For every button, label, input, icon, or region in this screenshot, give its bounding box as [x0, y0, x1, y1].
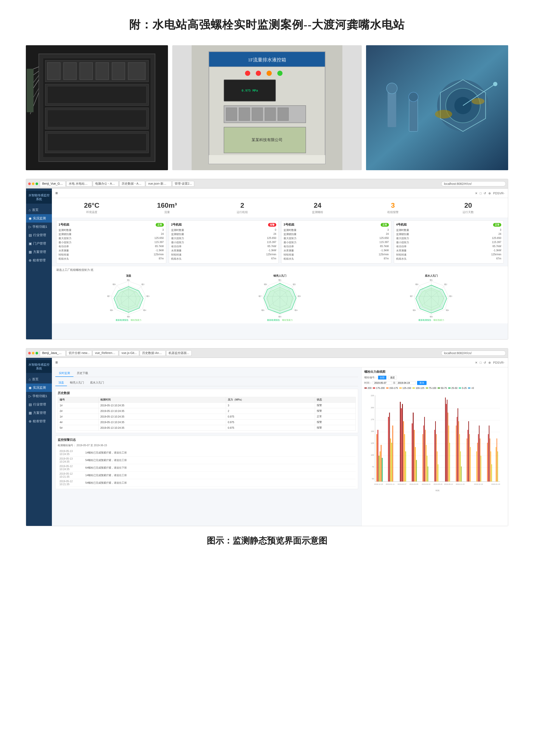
radar-label-2: 蜗壳人孔门: [258, 274, 301, 278]
log-row: 2019-05-13 10:24:35 1#螺栓已完成预紧拧紧，请送往工班: [58, 449, 356, 456]
refresh-icon-nav[interactable]: ↺: [484, 192, 486, 195]
svg-text:2019-11-23: 2019-11-23: [456, 483, 465, 485]
sidebar2-item-scheme[interactable]: ▦ 方案管理: [26, 409, 52, 417]
svg-text:1F流量排水液控箱: 1F流量排水液控箱: [248, 57, 286, 63]
svg-rect-180: [481, 456, 481, 481]
browser-tab2-3[interactable]: vue_Reference...: [92, 350, 118, 356]
browser-tab-4[interactable]: 历史数据 - AnyShare-2: [119, 181, 145, 187]
log-date-to: 2019-36-15: [94, 444, 107, 447]
browser-tab-5[interactable]: vue.json-新建记事本3: [146, 181, 172, 187]
row-label: 转轮转速: [284, 253, 294, 256]
user-icon-nav-2[interactable]: ⊕: [488, 361, 491, 364]
sidebar2-item-school[interactable]: ▷ 学校功能1: [26, 392, 52, 400]
browser-tab-6[interactable]: 管理-设置2...: [172, 181, 194, 187]
user-icon-nav[interactable]: ⊕: [488, 192, 491, 195]
history-section: 历史数据 编号 检测时间 压力（MPa） 状态: [55, 389, 358, 433]
history-col-pressure: 压力（MPa）: [226, 397, 315, 403]
svg-rect-183: [489, 425, 490, 481]
svg-text:螺8: 螺8: [264, 283, 267, 285]
sidebar-item-home[interactable]: ⌂ 首页: [26, 206, 52, 214]
row-label: 机组水头: [284, 257, 294, 261]
machine-row-2-2: 监测锁扣量 24: [171, 232, 276, 236]
machine-row-3-5: 有功功率 65.7kW: [284, 245, 389, 248]
browser-dots: [28, 182, 38, 185]
machine-row-2-6: 水库测量 -1.3kW: [171, 249, 276, 253]
close-dot[interactable]: [28, 182, 31, 185]
sidebar-item-portal[interactable]: ▣ 门户管理: [26, 239, 52, 248]
svg-rect-8: [64, 63, 76, 80]
svg-rect-38: [278, 108, 289, 121]
chart-date-to-input[interactable]: [396, 381, 416, 385]
refresh-icon-nav-2[interactable]: ↺: [484, 361, 486, 364]
sub-tab-top[interactable]: 顶盖: [55, 380, 67, 386]
row-value: 87m: [384, 257, 389, 261]
svg-rect-172: [468, 421, 469, 481]
sidebar-item-school[interactable]: ▷ 学校功能1: [26, 223, 52, 231]
minimize-icon-nav-2[interactable]: □: [480, 361, 481, 364]
browser-tab-active[interactable]: Benji_Vue_G1...: [40, 181, 66, 187]
chart-legend: 200 175-200 150-175 125-150 100-125 75-1…: [364, 387, 505, 389]
tab-history-download[interactable]: 历史下载: [73, 370, 91, 377]
browser-tab2-4[interactable]: vue.js-Git...: [119, 350, 139, 356]
sidebar-item-industry[interactable]: ▤ 行业管理: [26, 231, 52, 239]
svg-text:200: 200: [371, 407, 374, 409]
sidebar2-item-home[interactable]: ⌂ 首页: [26, 375, 52, 384]
svg-rect-126: [380, 451, 380, 481]
row-value: 24: [273, 232, 276, 236]
machine-row-2-7: 转轮转速 125r/min: [171, 253, 276, 256]
svg-rect-138: [404, 434, 405, 481]
menu-toggle-icon[interactable]: ≡: [55, 191, 58, 196]
browser-url-2[interactable]: localhost:8082/#!/cn/: [441, 351, 506, 356]
svg-rect-37: [265, 108, 276, 121]
svg-text:螺6: 螺6: [261, 309, 265, 311]
sidebar2-item-industry[interactable]: ▤ 行业管理: [26, 400, 52, 409]
top-nav-actions-2: ✕ □ ↺ ⊕ PDSVR-: [475, 361, 504, 364]
maximize-dot[interactable]: [36, 182, 38, 185]
chart-date-from-input[interactable]: [373, 381, 392, 385]
svg-point-49: [387, 83, 397, 94]
school-icon: ▷: [29, 225, 31, 229]
menu-toggle-icon-2[interactable]: ≡: [55, 360, 58, 365]
browser-tab2-6[interactable]: 机器监控器面...: [166, 350, 191, 356]
close-icon-nav[interactable]: ✕: [475, 192, 478, 195]
chart-filter-selected[interactable]: 选定: [388, 375, 397, 380]
svg-rect-9: [80, 63, 92, 80]
minimize-icon-nav[interactable]: □: [480, 192, 481, 195]
svg-text:2020-01-15: 2020-01-15: [491, 483, 500, 485]
row-value: 67m: [496, 257, 501, 261]
close-icon-nav-2[interactable]: ✕: [475, 361, 478, 364]
machine-row-4-8: 机组水头 67m: [396, 257, 501, 261]
maximize-dot-2[interactable]: [36, 352, 38, 354]
svg-rect-170: [467, 439, 467, 481]
close-dot-2[interactable]: [28, 352, 31, 354]
svg-rect-161: [448, 425, 449, 481]
minimize-dot-2[interactable]: [32, 352, 35, 354]
sidebar-item-monitor[interactable]: ◉ 实况监测: [26, 214, 52, 223]
radar-chart-2: 螺1 螺2 螺3 螺4 螺5 螺6 螺7 螺8: [258, 279, 301, 318]
history-row: 1# 2019-05-13 10:24:35 0.975 正常: [58, 414, 356, 419]
minimize-dot[interactable]: [32, 182, 35, 185]
browser-tab2-5[interactable]: 历史数据-AnyS...: [140, 350, 165, 356]
sidebar-item-scheme[interactable]: ▦ 方案管理: [26, 248, 52, 256]
browser-tab2-2[interactable]: 切片分析-new...: [66, 350, 92, 356]
chart-filter-all[interactable]: 全部: [378, 375, 387, 380]
industry-icon-2: ▤: [29, 402, 32, 407]
sub-tab-volute[interactable]: 蜗壳人孔门: [67, 380, 87, 386]
svg-text:螺7: 螺7: [107, 295, 110, 297]
browser-chrome-2: Benji_Java_G... 切片分析-new... vue_Referenc…: [26, 348, 508, 358]
browser-tab-3[interactable]: 电脑办公 - AnyShare: [93, 181, 119, 187]
legend-item: 75-100: [426, 387, 436, 389]
log-row: 2019-05-12 10:21:35 5#螺栓已完成预紧拧紧，请送往工班: [58, 479, 356, 487]
sub-tab-bottom[interactable]: 底水入孔门: [87, 380, 107, 386]
sidebar-item-calibrate[interactable]: ⊕ 校准管理: [26, 256, 52, 265]
svg-rect-175: [476, 451, 477, 481]
sidebar2-item-monitor[interactable]: ◉ 实况监测: [26, 384, 52, 392]
browser-tab2-active[interactable]: Benji_Java_G...: [40, 350, 66, 356]
browser-tab-2[interactable]: 水电 水电站高强螺栓实时监...: [66, 181, 92, 187]
chart-query-button[interactable]: 查询: [417, 381, 426, 385]
sidebar2-item-calibrate[interactable]: ⊕ 校准管理: [26, 417, 52, 425]
legend-label: 0-25: [462, 387, 467, 389]
tab-realtime[interactable]: 实时监测: [55, 370, 73, 377]
svg-rect-131: [390, 439, 391, 481]
browser-url-1[interactable]: localhost:8082/#!/cn/: [441, 181, 506, 186]
